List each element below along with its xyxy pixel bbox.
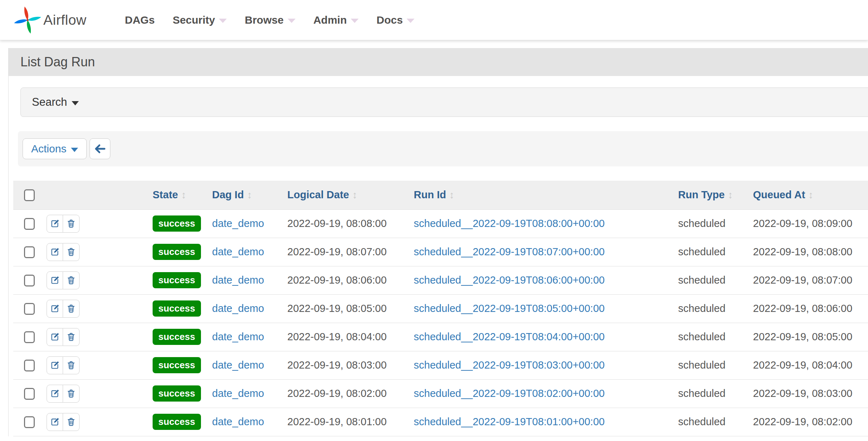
table-row: success date_demo 2022-09-19, 08:05:00 s… [13, 294, 868, 323]
airflow-brand[interactable]: Airflow [13, 5, 87, 35]
navbar: Airflow DAGs Security Browse Admin Docs [0, 0, 868, 40]
table-row: success date_demo 2022-09-19, 08:01:00 s… [13, 408, 868, 436]
delete-button[interactable] [63, 300, 80, 318]
actions-dropdown-button[interactable]: Actions [23, 138, 87, 159]
nav-label-security: Security [173, 14, 215, 26]
run-type-value: scheduled [678, 218, 725, 229]
row-checkbox[interactable] [24, 331, 35, 343]
table-row: success date_demo 2022-09-19, 08:08:00 s… [13, 209, 868, 238]
sort-icon: ↕ [728, 189, 733, 200]
column-header-run-id[interactable]: Run Id↕ [412, 181, 676, 209]
edit-button[interactable] [47, 356, 63, 374]
delete-button[interactable] [63, 356, 80, 374]
chevron-down-icon [407, 19, 414, 23]
delete-button[interactable] [63, 243, 80, 261]
row-checkbox[interactable] [24, 303, 35, 315]
dag-id-link[interactable]: date_demo [212, 359, 264, 371]
queued-at-value: 2022-09-19, 08:08:00 [753, 246, 852, 257]
status-badge: success [153, 300, 201, 317]
dag-id-link[interactable]: date_demo [212, 416, 264, 427]
queued-at-value: 2022-09-19, 08:04:00 [753, 359, 852, 371]
row-action-buttons [47, 271, 80, 289]
dag-id-link[interactable]: date_demo [212, 388, 264, 399]
row-checkbox[interactable] [24, 360, 35, 371]
status-badge: success [153, 357, 201, 373]
table-row: success date_demo 2022-09-19, 08:06:00 s… [13, 266, 868, 294]
edit-pencil-square-icon [50, 389, 60, 398]
edit-button[interactable] [47, 243, 63, 261]
row-action-buttons [47, 243, 80, 261]
airflow-pinwheel-logo [13, 5, 43, 35]
back-button[interactable] [90, 138, 110, 159]
delete-button[interactable] [63, 385, 80, 403]
run-id-link[interactable]: scheduled__2022-09-19T08:02:00+00:00 [414, 388, 605, 399]
run-id-link[interactable]: scheduled__2022-09-19T08:01:00+00:00 [414, 416, 605, 427]
delete-button[interactable] [63, 271, 80, 289]
dag-id-link[interactable]: date_demo [212, 246, 264, 257]
sort-icon: ↕ [181, 189, 186, 200]
run-id-link[interactable]: scheduled__2022-09-19T08:07:00+00:00 [414, 246, 605, 257]
nav-item-dags[interactable]: DAGs [116, 0, 164, 40]
arrow-left-icon [94, 143, 106, 155]
delete-button[interactable] [63, 413, 80, 431]
panel-body: Search Actions [9, 76, 868, 436]
queued-at-value: 2022-09-19, 08:06:00 [753, 303, 852, 314]
nav-item-docs[interactable]: Docs [368, 0, 423, 40]
row-checkbox[interactable] [24, 275, 35, 286]
select-all-checkbox[interactable] [24, 189, 35, 201]
edit-button[interactable] [47, 215, 63, 233]
row-checkbox[interactable] [24, 246, 35, 258]
dag-id-link[interactable]: date_demo [212, 274, 264, 286]
search-label: Search [32, 96, 67, 109]
delete-button[interactable] [63, 328, 80, 346]
run-id-link[interactable]: scheduled__2022-09-19T08:06:00+00:00 [414, 274, 605, 286]
chevron-down-icon [351, 19, 359, 23]
logical-date-value: 2022-09-19, 08:04:00 [287, 331, 387, 342]
dag-id-link[interactable]: date_demo [212, 331, 264, 342]
column-header-state[interactable]: State↕ [147, 181, 210, 209]
dag-id-link[interactable]: date_demo [212, 218, 264, 229]
run-id-link[interactable]: scheduled__2022-09-19T08:08:00+00:00 [414, 218, 605, 229]
queued-at-value: 2022-09-19, 08:05:00 [753, 331, 852, 342]
edit-pencil-square-icon [50, 417, 60, 427]
edit-button[interactable] [47, 271, 63, 289]
edit-pencil-square-icon [50, 275, 60, 285]
run-type-value: scheduled [678, 303, 725, 314]
logical-date-value: 2022-09-19, 08:03:00 [287, 359, 387, 371]
search-dropdown-toggle[interactable]: Search [20, 87, 868, 117]
delete-button[interactable] [63, 215, 80, 233]
edit-button[interactable] [47, 413, 63, 431]
nav-label-docs: Docs [377, 14, 403, 26]
edit-pencil-square-icon [50, 360, 60, 370]
chevron-down-icon [72, 101, 79, 105]
actions-toolbar: Actions [18, 131, 868, 166]
row-checkbox[interactable] [24, 218, 35, 230]
column-header-dag-id[interactable]: Dag Id↕ [210, 181, 285, 209]
run-id-link[interactable]: scheduled__2022-09-19T08:03:00+00:00 [414, 359, 605, 371]
column-header-run-type[interactable]: Run Type↕ [676, 181, 751, 209]
trash-icon [66, 360, 76, 370]
row-checkbox[interactable] [24, 388, 35, 400]
logical-date-value: 2022-09-19, 08:05:00 [287, 303, 387, 314]
run-id-link[interactable]: scheduled__2022-09-19T08:05:00+00:00 [414, 303, 605, 314]
dag-run-table: State↕ Dag Id↕ Logical Date↕ Run Id↕ Run… [13, 181, 868, 436]
nav-item-security[interactable]: Security [164, 0, 236, 40]
nav-item-browse[interactable]: Browse [236, 0, 304, 40]
edit-button[interactable] [47, 385, 63, 403]
column-header-logical-date[interactable]: Logical Date↕ [285, 181, 412, 209]
nav-item-admin[interactable]: Admin [304, 0, 368, 40]
table-row: success date_demo 2022-09-19, 08:04:00 s… [13, 323, 868, 351]
nav-label-dags: DAGs [125, 14, 155, 26]
run-type-value: scheduled [678, 331, 725, 342]
edit-button[interactable] [47, 328, 63, 346]
row-checkbox[interactable] [24, 416, 35, 428]
edit-button[interactable] [47, 300, 63, 318]
dag-id-link[interactable]: date_demo [212, 303, 264, 314]
edit-pencil-square-icon [50, 304, 60, 313]
column-header-queued-at[interactable]: Queued At↕ [751, 181, 868, 209]
sort-icon: ↕ [809, 189, 814, 200]
run-id-link[interactable]: scheduled__2022-09-19T08:04:00+00:00 [414, 331, 605, 342]
run-type-value: scheduled [678, 416, 725, 427]
trash-icon [66, 389, 76, 398]
queued-at-value: 2022-09-19, 08:03:00 [753, 388, 852, 399]
